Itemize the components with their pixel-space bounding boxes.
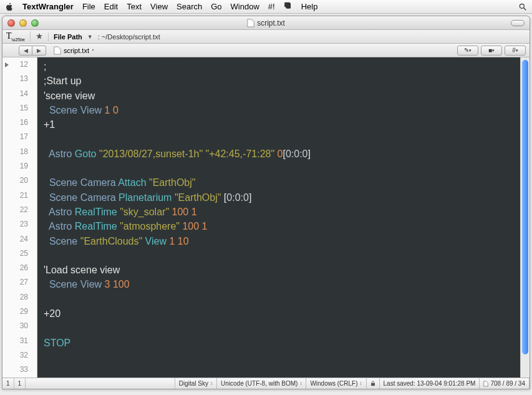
code-view[interactable]: ;;Start up'scene view Scene View 1 0+1 A… [37,57,520,378]
document-tab[interactable]: script.txt ‣ [54,46,95,55]
marker-control[interactable]: #▾ [505,46,526,56]
menu-view[interactable]: View [150,2,168,11]
window-title-text: script.txt [257,19,285,27]
status-language[interactable]: Digital Sky↕ [175,378,217,389]
menu-file[interactable]: File [82,2,95,11]
pencil-control[interactable]: ✎▾ [457,46,478,56]
status-col[interactable]: 1 [14,378,26,389]
path-bar: T\u25be File Path ▼ : ~/Desktop/script.t… [2,30,530,44]
vertical-scrollbar[interactable] [520,57,530,378]
window-titlebar[interactable]: script.txt [2,16,530,30]
menu-edit[interactable]: Edit [104,2,118,11]
apple-icon[interactable] [5,2,14,11]
nav-back-button[interactable]: ◀ [19,46,32,56]
status-lock-icon[interactable] [367,378,380,389]
menu-help[interactable]: Help [301,2,318,11]
counterpart-control[interactable]: ■▾ [481,46,502,56]
document-icon [247,19,254,27]
menu-shebang[interactable]: #! [268,2,275,11]
path-text: : ~/Desktop/script.txt [98,33,160,41]
nav-forward-button[interactable]: ▶ [32,46,46,56]
line-gutter[interactable]: 1213141516171819202122232425262728293031… [2,57,37,378]
tab-bar: ◀ ▶ script.txt ‣ ✎▾ ■▾ #▾ [2,44,530,57]
editor-window: script.txt T\u25be File Path ▼ : ~/Deskt… [2,16,530,389]
svg-point-0 [520,4,524,8]
tab-dropdown-icon[interactable]: ‣ [92,47,95,53]
path-dropdown-icon[interactable]: ▼ [87,34,93,40]
menu-go[interactable]: Go [211,2,221,11]
menu-text[interactable]: Text [127,2,142,11]
system-menubar: TextWrangler File Edit Text View Search … [0,0,532,14]
scrollbar-thumb[interactable] [522,60,528,354]
text-tool-icon[interactable]: T\u25be [6,31,31,42]
status-saved: Last saved: 13-09-04 9:01:28 PM [380,378,480,389]
tab-label: script.txt [64,47,89,54]
editor-area: 1213141516171819202122232425262728293031… [2,57,530,378]
favorites-icon[interactable] [36,32,49,41]
spotlight-icon[interactable] [518,2,527,11]
document-icon [54,46,61,55]
svg-line-1 [524,7,526,10]
status-line[interactable]: 1 [2,378,14,389]
menu-scripts[interactable] [284,1,293,12]
menu-search[interactable]: Search [177,2,202,11]
menu-window[interactable]: Window [231,2,259,11]
window-title: script.txt [2,19,530,27]
status-stats[interactable]: 708 / 89 / 34 [480,378,530,389]
path-label: File Path [54,33,82,41]
app-title[interactable]: TextWrangler [22,2,74,11]
toolbar-toggle-button[interactable] [511,20,525,26]
status-lineending[interactable]: Windows (CRLF)↕ [306,378,366,389]
svg-rect-2 [371,383,375,386]
status-bar: 1 1 Digital Sky↕ Unicode (UTF-8, with BO… [2,378,530,389]
status-encoding[interactable]: Unicode (UTF-8, with BOM)↕ [217,378,306,389]
